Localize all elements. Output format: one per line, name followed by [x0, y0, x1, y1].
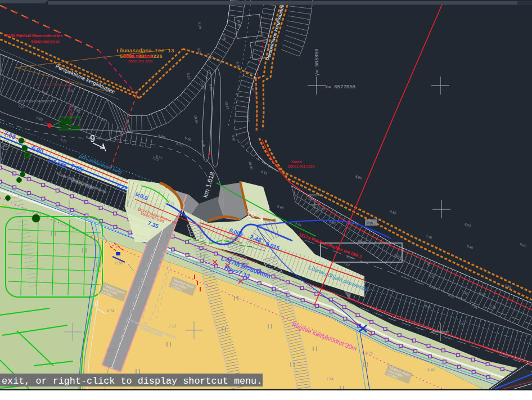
- svg-text:0.56: 0.56: [115, 261, 123, 265]
- svg-text:8.40: 8.40: [427, 368, 435, 372]
- svg-text:10: 10: [246, 209, 256, 218]
- svg-text:IN57 7.00-7.04 Ø600 PP: IN57 7.00-7.04 Ø600 PP: [18, 100, 55, 103]
- svg-text:y= 505850: y= 505850: [314, 48, 320, 76]
- svg-text:8: 8: [94, 300, 98, 308]
- svg-text:OKE: OKE: [2, 144, 8, 147]
- svg-text:x= 6577050: x= 6577050: [325, 84, 355, 90]
- svg-text:56001:001:0141: 56001:001:0141: [31, 40, 60, 44]
- svg-text:11150 Paldiski Maanteelane tee: 11150 Paldiski Maanteelane tee: [4, 34, 62, 38]
- svg-text:7.88: 7.88: [191, 261, 199, 265]
- svg-text:exit, or right-click to displa: exit, or right-click to display shortcut…: [2, 376, 262, 386]
- svg-text:1.54: 1.54: [326, 377, 333, 381]
- svg-text:6.79: 6.79: [107, 348, 114, 352]
- svg-text:7.18: 7.18: [169, 324, 176, 328]
- svg-text:7.47: 7.47: [236, 278, 244, 282]
- svg-text:7.35: 7.35: [139, 286, 147, 290]
- svg-text:56001:001:0226: 56001:001:0226: [128, 60, 153, 63]
- svg-text:PW: PW: [367, 221, 373, 225]
- svg-text:56001:001:0236: 56001:001:0236: [124, 55, 152, 59]
- svg-text:56001:001:0256: 56001:001:0256: [288, 164, 314, 168]
- svg-text:Kraavi: Kraavi: [291, 160, 301, 164]
- svg-text:8.25: 8.25: [366, 351, 373, 355]
- svg-text:Lõunasadama tee 13: Lõunasadama tee 13: [116, 48, 174, 54]
- svg-text:6.74: 6.74: [107, 309, 114, 313]
- svg-text:X= 6577050: X= 6577050: [35, 82, 62, 87]
- svg-text:9: 9: [90, 134, 95, 143]
- svg-text:Ø600 PP: Ø600 PP: [309, 194, 322, 197]
